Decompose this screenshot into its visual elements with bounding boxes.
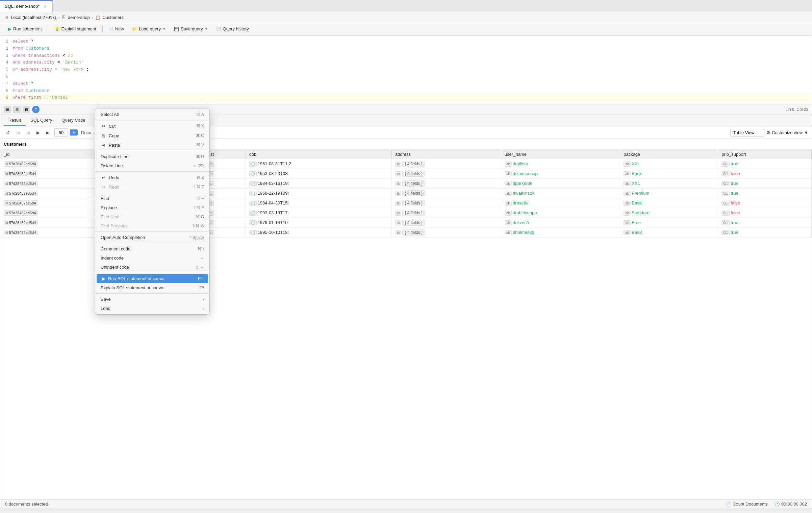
- tab-close-button[interactable]: ×: [42, 4, 48, 9]
- menu-item-text: Run SQL statement at cursor: [108, 276, 165, 281]
- menu-item-duplicate-line[interactable]: Duplicate Line⌘ D: [95, 152, 209, 161]
- view-select[interactable]: Table View List View JSON View: [730, 129, 764, 137]
- column-token: transactions: [28, 53, 60, 58]
- load-query-button[interactable]: 📁 Load query ▼: [129, 25, 169, 33]
- help-icon[interactable]: ?: [32, 106, 40, 113]
- menu-item-auto-complete[interactable]: Open Auto-Completion^ Space: [95, 233, 209, 242]
- toolbar: ▶ Run statement 💡 Explain statement 📄 Ne…: [0, 23, 812, 35]
- menu-item-text: Comment code: [101, 246, 130, 251]
- tab-bar: SQL: demo-shop* ×: [0, 0, 812, 12]
- menu-item-label: ▶Run SQL statement at cursor: [102, 276, 165, 281]
- menu-item-text: Paste: [109, 143, 120, 148]
- code-editor[interactable]: 1select *2from Customers3where transacti…: [0, 35, 812, 104]
- column-token: address: [23, 60, 42, 65]
- run-arrow-icon: ▶: [102, 276, 105, 281]
- result-tab-sql-query[interactable]: SQL Query: [26, 115, 57, 126]
- format-tool-icon[interactable]: ⊞: [4, 106, 11, 113]
- menu-item-undo[interactable]: ↩Undo⌘ Z: [95, 173, 209, 182]
- prio-value: true: [731, 191, 738, 196]
- table-header-dob[interactable]: dob: [246, 150, 391, 159]
- cell-dob: 🕐1984-04-30T15:: [246, 198, 391, 208]
- last-page-button[interactable]: ▶|: [44, 128, 52, 137]
- table-token: Customers: [26, 88, 49, 93]
- plain-token: =: [55, 60, 62, 65]
- menu-item-explain-sql[interactable]: Explain SQL statement at cursorF8: [95, 283, 209, 292]
- cell-dob: 🕐1984-03-16T19:: [246, 179, 391, 189]
- doc-label: Docu…: [81, 130, 96, 135]
- count-documents-button[interactable]: 📄 Count Documents: [726, 502, 768, 507]
- table-header-address[interactable]: address: [391, 150, 501, 159]
- prio-value: true: [731, 181, 738, 186]
- settings-tool-icon[interactable]: ⊠: [23, 106, 30, 113]
- menu-item-run-sql[interactable]: ▶Run SQL statement at cursorF5: [97, 274, 208, 283]
- cell-address: ⊞ { 4 fields }: [391, 218, 501, 228]
- query-history-button[interactable]: 🕐 Query history: [213, 25, 252, 33]
- cell-address: ⊞ { 4 fields }: [391, 198, 501, 208]
- menu-item-right: ^ Space: [189, 235, 204, 240]
- menu-item-right: ›: [203, 307, 204, 311]
- menu-item-unindent-code[interactable]: Unindent code⇧ →: [95, 263, 209, 272]
- line-content: from Customers: [12, 88, 812, 95]
- menu-separator: [95, 171, 209, 172]
- line-content: where first = 'Daniel': [12, 94, 812, 101]
- first-page-button[interactable]: |◀: [14, 128, 22, 137]
- menu-item-select-all[interactable]: Select All⌘ A: [95, 110, 209, 119]
- indent-tool-icon[interactable]: ⊟: [13, 106, 21, 113]
- username-value: drobinsonpu: [513, 210, 537, 215]
- keyword-token: from: [12, 46, 26, 51]
- prev-page-button[interactable]: ◀: [24, 128, 32, 137]
- save-query-button[interactable]: 💾 Save query ▼: [171, 25, 211, 33]
- menu-item-text: Cut: [109, 124, 116, 129]
- menu-item-text: Redo: [109, 185, 119, 190]
- table-header-package[interactable]: package: [620, 150, 718, 159]
- page-size-input[interactable]: [54, 128, 68, 137]
- selected-docs-status: 0 documents selected: [5, 502, 48, 507]
- menu-item-delete-line[interactable]: Delete Line⌥ ⌦: [95, 161, 209, 170]
- result-tab-result[interactable]: Result: [4, 115, 26, 126]
- menu-item-label: ✂Cut: [101, 123, 116, 129]
- menu-item-save[interactable]: Save›: [95, 295, 209, 304]
- menu-item-icon: ✂: [101, 123, 106, 129]
- table-token: Customers: [26, 46, 49, 51]
- menu-item-label: Open Auto-Completion: [101, 235, 145, 240]
- username-value: drose8o: [513, 200, 529, 205]
- menu-shortcut: F5: [198, 276, 203, 281]
- save-label: Save query: [181, 26, 203, 31]
- menu-item-label: Find Next: [101, 214, 120, 219]
- menu-item-text: Open Auto-Completion: [101, 235, 145, 240]
- menu-item-cut[interactable]: ✂Cut⌘ X: [95, 121, 209, 131]
- table-header-user_name[interactable]: user_name: [501, 150, 620, 159]
- addr-icon: ⊞: [395, 211, 401, 216]
- refresh-button[interactable]: ↺: [4, 128, 12, 137]
- string-token: 'New York': [60, 67, 86, 72]
- menu-item-text: Find: [101, 196, 109, 201]
- username-value: dwatkinsok: [513, 191, 534, 196]
- cell-username: abdsimmonsop: [501, 169, 620, 179]
- page-size-dropdown[interactable]: ▼: [70, 129, 78, 136]
- menu-item-copy[interactable]: ⎘Copy⌘ C: [95, 131, 209, 140]
- new-button[interactable]: 📄 New: [105, 25, 127, 33]
- explain-statement-button[interactable]: 💡 Explain statement: [51, 25, 100, 33]
- menu-item-paste[interactable]: ⎗Paste⌘ V: [95, 140, 209, 150]
- menu-separator: [95, 273, 209, 273]
- menu-item-replace[interactable]: Replace⇧⌘ F: [95, 203, 209, 212]
- menu-item-text: Explain SQL statement at cursor: [101, 285, 164, 290]
- menu-item-find[interactable]: Find⌘ F: [95, 194, 209, 203]
- customize-view-button[interactable]: ⚙ Customize view ▼: [766, 130, 808, 135]
- breadcrumb: 🖥 Local (localhost:27017) › 🗄 demo-shop …: [0, 12, 812, 23]
- menu-item-load[interactable]: Load›: [95, 304, 209, 313]
- menu-item-label: Delete Line: [101, 163, 123, 168]
- menu-item-indent-code[interactable]: Indent code→: [95, 253, 209, 263]
- run-statement-button[interactable]: ▶ Run statement: [5, 25, 45, 33]
- prio-badge: 0/1: [721, 220, 730, 225]
- package-value: XXL: [632, 181, 640, 186]
- menu-item-comment-code[interactable]: Comment code⌘ /: [95, 244, 209, 253]
- next-page-button[interactable]: ▶: [34, 128, 42, 137]
- cell-package: abFree: [620, 218, 718, 228]
- prio-badge: 0/1: [721, 230, 730, 235]
- prio-value: true: [731, 220, 738, 225]
- sql-tab[interactable]: SQL: demo-shop* ×: [0, 0, 53, 12]
- table-header-prio_support[interactable]: prio_support: [718, 150, 812, 159]
- result-tab-query-code[interactable]: Query Code: [57, 115, 90, 126]
- menu-shortcut: →: [200, 256, 204, 261]
